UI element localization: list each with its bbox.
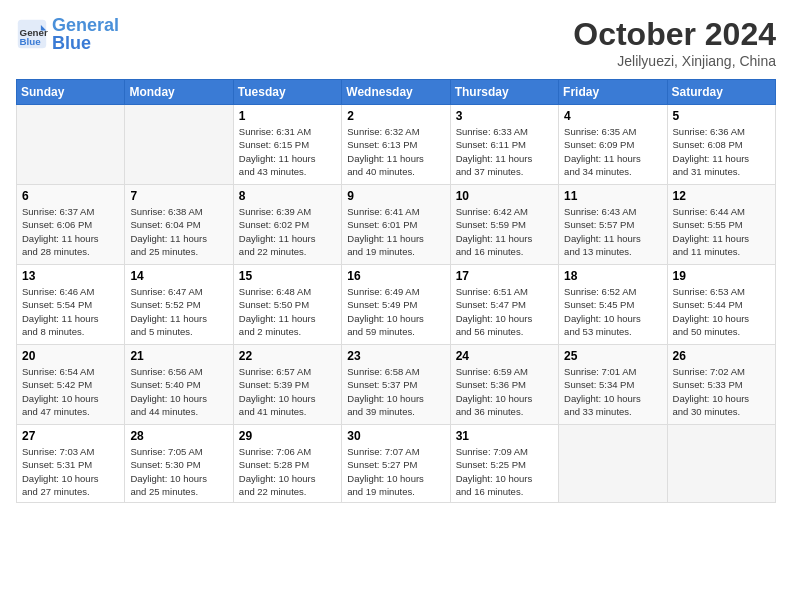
day-info: Sunrise: 7:06 AM Sunset: 5:28 PM Dayligh… xyxy=(239,445,336,498)
day-info: Sunrise: 6:32 AM Sunset: 6:13 PM Dayligh… xyxy=(347,125,444,178)
calendar-cell xyxy=(17,105,125,185)
day-number: 19 xyxy=(673,269,770,283)
day-info: Sunrise: 6:42 AM Sunset: 5:59 PM Dayligh… xyxy=(456,205,553,258)
day-info: Sunrise: 7:02 AM Sunset: 5:33 PM Dayligh… xyxy=(673,365,770,418)
calendar-header: SundayMondayTuesdayWednesdayThursdayFrid… xyxy=(17,80,776,105)
logo: General Blue General Blue xyxy=(16,16,119,52)
calendar-week-row: 20Sunrise: 6:54 AM Sunset: 5:42 PM Dayli… xyxy=(17,345,776,425)
calendar-cell: 9Sunrise: 6:41 AM Sunset: 6:01 PM Daylig… xyxy=(342,185,450,265)
weekday-header: Saturday xyxy=(667,80,775,105)
day-info: Sunrise: 7:03 AM Sunset: 5:31 PM Dayligh… xyxy=(22,445,119,498)
day-number: 17 xyxy=(456,269,553,283)
day-number: 25 xyxy=(564,349,661,363)
calendar-cell: 16Sunrise: 6:49 AM Sunset: 5:49 PM Dayli… xyxy=(342,265,450,345)
calendar-week-row: 27Sunrise: 7:03 AM Sunset: 5:31 PM Dayli… xyxy=(17,425,776,503)
calendar-cell: 7Sunrise: 6:38 AM Sunset: 6:04 PM Daylig… xyxy=(125,185,233,265)
day-number: 7 xyxy=(130,189,227,203)
day-info: Sunrise: 6:57 AM Sunset: 5:39 PM Dayligh… xyxy=(239,365,336,418)
calendar-cell: 12Sunrise: 6:44 AM Sunset: 5:55 PM Dayli… xyxy=(667,185,775,265)
weekday-header: Friday xyxy=(559,80,667,105)
calendar-cell xyxy=(559,425,667,503)
month-title: October 2024 xyxy=(573,16,776,53)
calendar-cell xyxy=(125,105,233,185)
day-info: Sunrise: 6:46 AM Sunset: 5:54 PM Dayligh… xyxy=(22,285,119,338)
day-number: 6 xyxy=(22,189,119,203)
day-info: Sunrise: 6:38 AM Sunset: 6:04 PM Dayligh… xyxy=(130,205,227,258)
day-number: 30 xyxy=(347,429,444,443)
day-info: Sunrise: 6:54 AM Sunset: 5:42 PM Dayligh… xyxy=(22,365,119,418)
weekday-header: Monday xyxy=(125,80,233,105)
day-number: 11 xyxy=(564,189,661,203)
day-number: 21 xyxy=(130,349,227,363)
day-number: 9 xyxy=(347,189,444,203)
day-number: 24 xyxy=(456,349,553,363)
calendar-cell: 21Sunrise: 6:56 AM Sunset: 5:40 PM Dayli… xyxy=(125,345,233,425)
calendar-cell: 11Sunrise: 6:43 AM Sunset: 5:57 PM Dayli… xyxy=(559,185,667,265)
day-info: Sunrise: 6:41 AM Sunset: 6:01 PM Dayligh… xyxy=(347,205,444,258)
day-number: 26 xyxy=(673,349,770,363)
day-info: Sunrise: 7:07 AM Sunset: 5:27 PM Dayligh… xyxy=(347,445,444,498)
day-info: Sunrise: 6:36 AM Sunset: 6:08 PM Dayligh… xyxy=(673,125,770,178)
day-number: 23 xyxy=(347,349,444,363)
calendar-cell: 15Sunrise: 6:48 AM Sunset: 5:50 PM Dayli… xyxy=(233,265,341,345)
logo-icon: General Blue xyxy=(16,18,48,50)
day-info: Sunrise: 7:01 AM Sunset: 5:34 PM Dayligh… xyxy=(564,365,661,418)
day-info: Sunrise: 6:53 AM Sunset: 5:44 PM Dayligh… xyxy=(673,285,770,338)
title-block: October 2024 Jelilyuezi, Xinjiang, China xyxy=(573,16,776,69)
calendar-cell: 17Sunrise: 6:51 AM Sunset: 5:47 PM Dayli… xyxy=(450,265,558,345)
day-info: Sunrise: 6:33 AM Sunset: 6:11 PM Dayligh… xyxy=(456,125,553,178)
logo-text2: Blue xyxy=(52,34,119,52)
day-number: 28 xyxy=(130,429,227,443)
day-number: 3 xyxy=(456,109,553,123)
calendar-cell: 20Sunrise: 6:54 AM Sunset: 5:42 PM Dayli… xyxy=(17,345,125,425)
calendar-cell: 19Sunrise: 6:53 AM Sunset: 5:44 PM Dayli… xyxy=(667,265,775,345)
day-number: 12 xyxy=(673,189,770,203)
day-info: Sunrise: 6:39 AM Sunset: 6:02 PM Dayligh… xyxy=(239,205,336,258)
day-info: Sunrise: 6:47 AM Sunset: 5:52 PM Dayligh… xyxy=(130,285,227,338)
calendar-week-row: 1Sunrise: 6:31 AM Sunset: 6:15 PM Daylig… xyxy=(17,105,776,185)
weekday-header: Sunday xyxy=(17,80,125,105)
calendar-cell: 22Sunrise: 6:57 AM Sunset: 5:39 PM Dayli… xyxy=(233,345,341,425)
calendar-cell: 4Sunrise: 6:35 AM Sunset: 6:09 PM Daylig… xyxy=(559,105,667,185)
day-info: Sunrise: 6:56 AM Sunset: 5:40 PM Dayligh… xyxy=(130,365,227,418)
day-info: Sunrise: 6:48 AM Sunset: 5:50 PM Dayligh… xyxy=(239,285,336,338)
logo-text: General xyxy=(52,16,119,34)
calendar-cell: 23Sunrise: 6:58 AM Sunset: 5:37 PM Dayli… xyxy=(342,345,450,425)
calendar-cell: 8Sunrise: 6:39 AM Sunset: 6:02 PM Daylig… xyxy=(233,185,341,265)
day-info: Sunrise: 6:51 AM Sunset: 5:47 PM Dayligh… xyxy=(456,285,553,338)
day-info: Sunrise: 6:35 AM Sunset: 6:09 PM Dayligh… xyxy=(564,125,661,178)
day-info: Sunrise: 6:31 AM Sunset: 6:15 PM Dayligh… xyxy=(239,125,336,178)
day-number: 29 xyxy=(239,429,336,443)
header-row: SundayMondayTuesdayWednesdayThursdayFrid… xyxy=(17,80,776,105)
calendar-cell: 1Sunrise: 6:31 AM Sunset: 6:15 PM Daylig… xyxy=(233,105,341,185)
day-number: 15 xyxy=(239,269,336,283)
day-number: 31 xyxy=(456,429,553,443)
day-number: 20 xyxy=(22,349,119,363)
day-number: 1 xyxy=(239,109,336,123)
day-info: Sunrise: 6:58 AM Sunset: 5:37 PM Dayligh… xyxy=(347,365,444,418)
day-number: 8 xyxy=(239,189,336,203)
calendar-cell: 28Sunrise: 7:05 AM Sunset: 5:30 PM Dayli… xyxy=(125,425,233,503)
calendar-cell: 30Sunrise: 7:07 AM Sunset: 5:27 PM Dayli… xyxy=(342,425,450,503)
day-number: 27 xyxy=(22,429,119,443)
weekday-header: Thursday xyxy=(450,80,558,105)
weekday-header: Tuesday xyxy=(233,80,341,105)
calendar-cell: 31Sunrise: 7:09 AM Sunset: 5:25 PM Dayli… xyxy=(450,425,558,503)
day-number: 22 xyxy=(239,349,336,363)
day-info: Sunrise: 6:43 AM Sunset: 5:57 PM Dayligh… xyxy=(564,205,661,258)
calendar-cell: 14Sunrise: 6:47 AM Sunset: 5:52 PM Dayli… xyxy=(125,265,233,345)
calendar-cell: 10Sunrise: 6:42 AM Sunset: 5:59 PM Dayli… xyxy=(450,185,558,265)
day-number: 18 xyxy=(564,269,661,283)
calendar-cell xyxy=(667,425,775,503)
calendar-cell: 2Sunrise: 6:32 AM Sunset: 6:13 PM Daylig… xyxy=(342,105,450,185)
calendar-cell: 5Sunrise: 6:36 AM Sunset: 6:08 PM Daylig… xyxy=(667,105,775,185)
calendar-cell: 24Sunrise: 6:59 AM Sunset: 5:36 PM Dayli… xyxy=(450,345,558,425)
weekday-header: Wednesday xyxy=(342,80,450,105)
day-info: Sunrise: 6:49 AM Sunset: 5:49 PM Dayligh… xyxy=(347,285,444,338)
day-number: 13 xyxy=(22,269,119,283)
calendar-week-row: 13Sunrise: 6:46 AM Sunset: 5:54 PM Dayli… xyxy=(17,265,776,345)
calendar-cell: 3Sunrise: 6:33 AM Sunset: 6:11 PM Daylig… xyxy=(450,105,558,185)
calendar-cell: 27Sunrise: 7:03 AM Sunset: 5:31 PM Dayli… xyxy=(17,425,125,503)
calendar-cell: 29Sunrise: 7:06 AM Sunset: 5:28 PM Dayli… xyxy=(233,425,341,503)
calendar-cell: 6Sunrise: 6:37 AM Sunset: 6:06 PM Daylig… xyxy=(17,185,125,265)
